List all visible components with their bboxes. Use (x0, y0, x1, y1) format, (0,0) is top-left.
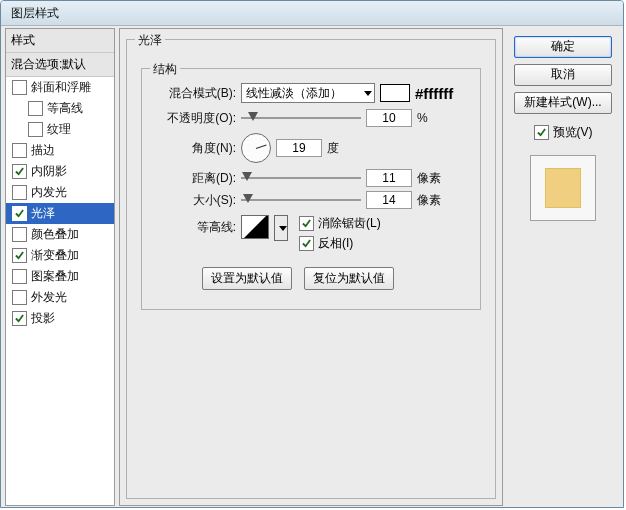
sidebar-item[interactable]: 描边 (6, 140, 114, 161)
sidebar-item-label: 光泽 (31, 205, 55, 222)
sidebar-item-label: 内发光 (31, 184, 67, 201)
opacity-value[interactable]: 10 (366, 109, 412, 127)
checkbox-icon (12, 80, 27, 95)
preview-swatch (545, 168, 581, 208)
size-label: 大小(S): (156, 192, 236, 209)
sidebar-item-label: 内阴影 (31, 163, 67, 180)
dialog-window: 图层样式 样式 混合选项:默认 斜面和浮雕等高线纹理描边内阴影内发光光泽颜色叠加… (0, 0, 624, 508)
sidebar-item-label: 纹理 (47, 121, 71, 138)
sidebar-item-label: 渐变叠加 (31, 247, 79, 264)
structure-group-label: 结构 (150, 61, 180, 78)
antialias-checkbox[interactable]: 消除锯齿(L) (299, 215, 381, 232)
sidebar-item-label: 等高线 (47, 100, 83, 117)
contour-picker[interactable] (274, 215, 288, 241)
blend-mode-label: 混合模式(B): (156, 85, 236, 102)
sidebar-item[interactable]: 纹理 (6, 119, 114, 140)
contour-thumb[interactable] (241, 215, 269, 239)
preview-box (530, 155, 596, 221)
blend-mode-select[interactable]: 线性减淡（添加） (241, 83, 375, 103)
sidebar-item-label: 投影 (31, 310, 55, 327)
structure-group: 结构 混合模式(B): 线性减淡（添加） #ffffff 不透明度(O): (141, 68, 481, 310)
invert-label: 反相(I) (318, 235, 353, 252)
checkbox-icon (28, 101, 43, 116)
sidebar-item[interactable]: 投影 (6, 308, 114, 329)
styles-sidebar: 样式 混合选项:默认 斜面和浮雕等高线纹理描边内阴影内发光光泽颜色叠加渐变叠加图… (5, 28, 115, 506)
angle-unit: 度 (327, 140, 339, 157)
checkbox-icon (12, 185, 27, 200)
invert-checkbox[interactable]: 反相(I) (299, 235, 381, 252)
sidebar-item[interactable]: 图案叠加 (6, 266, 114, 287)
checkbox-icon (534, 125, 549, 140)
checkbox-icon (28, 122, 43, 137)
sidebar-item[interactable]: 等高线 (6, 98, 114, 119)
ok-button[interactable]: 确定 (514, 36, 612, 58)
sidebar-item-label: 图案叠加 (31, 268, 79, 285)
checkbox-icon (299, 236, 314, 251)
contour-label: 等高线: (156, 215, 236, 236)
dialog-body: 样式 混合选项:默认 斜面和浮雕等高线纹理描边内阴影内发光光泽颜色叠加渐变叠加图… (1, 26, 623, 508)
titlebar: 图层样式 (1, 1, 623, 26)
outer-group: 光泽 结构 混合模式(B): 线性减淡（添加） #ffffff (126, 39, 496, 499)
checkbox-icon (12, 143, 27, 158)
size-unit: 像素 (417, 192, 441, 209)
distance-label: 距离(D): (156, 170, 236, 187)
cancel-button[interactable]: 取消 (514, 64, 612, 86)
angle-dial[interactable] (241, 133, 271, 163)
blend-mode-value: 线性减淡（添加） (246, 85, 342, 102)
checkbox-icon (12, 290, 27, 305)
sidebar-item[interactable]: 斜面和浮雕 (6, 77, 114, 98)
sidebar-subheader[interactable]: 混合选项:默认 (6, 53, 114, 77)
checkbox-icon (12, 311, 27, 326)
sidebar-item[interactable]: 颜色叠加 (6, 224, 114, 245)
checkbox-icon (12, 227, 27, 242)
opacity-slider[interactable] (241, 110, 361, 126)
dropdown-icon (364, 91, 372, 96)
new-style-button[interactable]: 新建样式(W)... (514, 92, 612, 114)
angle-label: 角度(N): (156, 140, 236, 157)
sidebar-item[interactable]: 光泽 (6, 203, 114, 224)
color-swatch[interactable] (380, 84, 410, 102)
preview-label: 预览(V) (553, 124, 593, 141)
checkbox-icon (12, 269, 27, 284)
sidebar-item-label: 描边 (31, 142, 55, 159)
distance-value[interactable]: 11 (366, 169, 412, 187)
window-title: 图层样式 (11, 5, 59, 22)
reset-default-button[interactable]: 复位为默认值 (304, 267, 394, 290)
opacity-label: 不透明度(O): (156, 110, 236, 127)
right-panel: 确定 取消 新建样式(W)... 预览(V) (507, 28, 619, 506)
size-slider[interactable] (241, 192, 361, 208)
opacity-unit: % (417, 111, 428, 125)
antialias-label: 消除锯齿(L) (318, 215, 381, 232)
checkbox-icon (12, 248, 27, 263)
sidebar-item-label: 斜面和浮雕 (31, 79, 91, 96)
outer-group-label: 光泽 (135, 32, 165, 49)
set-default-button[interactable]: 设置为默认值 (202, 267, 292, 290)
distance-slider[interactable] (241, 170, 361, 186)
size-value[interactable]: 14 (366, 191, 412, 209)
sidebar-item[interactable]: 内发光 (6, 182, 114, 203)
sidebar-item[interactable]: 内阴影 (6, 161, 114, 182)
sidebar-header[interactable]: 样式 (6, 29, 114, 53)
checkbox-icon (299, 216, 314, 231)
checkbox-icon (12, 164, 27, 179)
color-hex: #ffffff (415, 85, 453, 102)
distance-unit: 像素 (417, 170, 441, 187)
sidebar-item-label: 外发光 (31, 289, 67, 306)
sidebar-item[interactable]: 渐变叠加 (6, 245, 114, 266)
dropdown-icon (279, 226, 287, 231)
sidebar-item[interactable]: 外发光 (6, 287, 114, 308)
preview-checkbox[interactable]: 预览(V) (534, 124, 593, 141)
sidebar-item-label: 颜色叠加 (31, 226, 79, 243)
sidebar-list: 斜面和浮雕等高线纹理描边内阴影内发光光泽颜色叠加渐变叠加图案叠加外发光投影 (6, 77, 114, 329)
main-panel: 光泽 结构 混合模式(B): 线性减淡（添加） #ffffff (119, 28, 503, 506)
checkbox-icon (12, 206, 27, 221)
angle-value[interactable]: 19 (276, 139, 322, 157)
